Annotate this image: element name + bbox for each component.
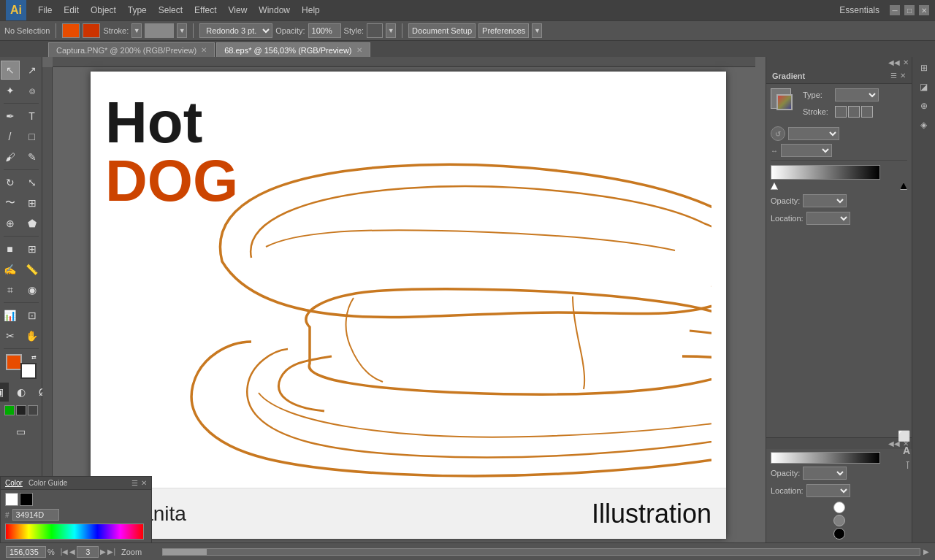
color-panel-close[interactable]: ✕ <box>141 479 147 487</box>
mode-draw-behind[interactable] <box>16 405 26 415</box>
h-scroll-thumb[interactable] <box>163 549 207 555</box>
gradient-btn[interactable]: ◐ <box>12 383 31 402</box>
stroke-swatch-box[interactable] <box>20 363 37 379</box>
scale-tool[interactable]: ⤡ <box>23 173 42 192</box>
measure-tool[interactable]: 📏 <box>23 260 42 279</box>
direct-select-tool[interactable]: ↗ <box>23 61 42 80</box>
prev-page-btn[interactable]: ◀ <box>69 548 75 556</box>
shape-builder-tool[interactable]: ⊕ <box>1 214 20 233</box>
h-scroll-track[interactable] <box>162 548 920 556</box>
zoom-input[interactable] <box>6 546 46 558</box>
symbol-tool[interactable]: ◉ <box>23 280 42 299</box>
color-spectrum[interactable] <box>5 523 144 540</box>
stroke-down[interactable]: ▼ <box>131 23 142 38</box>
mini-opacity-select[interactable] <box>803 467 847 480</box>
last-page-btn[interactable]: ▶| <box>107 548 115 556</box>
gradient-scale-select[interactable] <box>781 144 832 157</box>
stroke-up[interactable]: ▼ <box>177 23 187 38</box>
stroke-type-3[interactable] <box>861 106 873 118</box>
stroke-swatch[interactable] <box>145 23 174 38</box>
gradient-angle-select[interactable] <box>788 127 839 140</box>
preferences-button[interactable]: Preferences <box>478 23 529 38</box>
stroke-color[interactable] <box>83 23 100 38</box>
magic-wand-tool[interactable]: ✦ <box>1 81 20 100</box>
fill-color[interactable] <box>62 23 80 38</box>
type-tool[interactable]: T <box>23 107 42 126</box>
mode-normal[interactable] <box>4 405 15 415</box>
gradient-bar[interactable] <box>771 165 880 180</box>
arrange-arrow[interactable]: ▼ <box>532 23 542 38</box>
color-panel-menu[interactable]: ☰ <box>131 479 138 487</box>
shape-icon-circle-black[interactable] <box>833 528 845 540</box>
shape-icon-circle-gray[interactable] <box>833 515 845 526</box>
change-screen-mode[interactable]: ▭ <box>6 422 37 441</box>
blend-tool[interactable]: ⌗ <box>1 280 20 299</box>
line-tool[interactable]: / <box>1 127 20 146</box>
eyedropper-tool[interactable]: ✍ <box>1 260 20 279</box>
tab-captura[interactable]: Captura.PNG* @ 200% (RGB/Preview) ✕ <box>48 42 215 57</box>
layers-icon[interactable]: ⊞ <box>916 60 932 76</box>
bar-graph-tool[interactable]: 📊 <box>1 306 20 325</box>
opacity-input[interactable] <box>308 23 341 38</box>
maximize-button[interactable]: □ <box>904 5 915 15</box>
menu-window[interactable]: Window <box>253 2 296 18</box>
gradient-close-icon[interactable]: ✕ <box>900 72 906 80</box>
gradient-reverse-icon[interactable]: ↺ <box>771 126 785 141</box>
color-tab[interactable]: Color <box>5 479 23 487</box>
close-tab-eps[interactable]: ✕ <box>356 46 362 54</box>
doc-setup-button[interactable]: Document Setup <box>408 23 476 38</box>
select-tool[interactable]: ↖ <box>1 61 20 80</box>
next-page-btn[interactable]: ▶ <box>100 548 106 556</box>
tab-eps[interactable]: 68.eps* @ 156,03% (RGB/Preview) ✕ <box>216 42 370 57</box>
style-swatch[interactable] <box>367 23 383 38</box>
rotate-tool[interactable]: ↻ <box>1 173 20 192</box>
black-swatch[interactable] <box>20 493 33 506</box>
menu-file[interactable]: File <box>32 2 58 18</box>
mode-draw-inside[interactable] <box>28 405 38 415</box>
gradient-preview-swatch[interactable] <box>776 94 793 110</box>
menu-effect[interactable]: Effect <box>188 2 222 18</box>
gradient-stop-left[interactable] <box>771 183 778 190</box>
hand-tool[interactable]: ✋ <box>23 326 42 345</box>
warp-tool[interactable]: 〜 <box>1 193 20 212</box>
live-paint-tool[interactable]: ⬟ <box>23 214 42 233</box>
lasso-tool[interactable]: ⌾ <box>23 81 42 100</box>
style-arrow[interactable]: ▼ <box>386 23 396 38</box>
transform-icon[interactable]: ⊕ <box>916 98 932 114</box>
brush-select[interactable]: Redondo 3 pt. <box>199 23 272 38</box>
artboard-tool[interactable]: ⊡ <box>23 306 42 325</box>
color-guide-tab[interactable]: Color Guide <box>28 479 67 487</box>
gradient-icon-A[interactable]: A <box>903 445 910 456</box>
shape-icon-circle-white[interactable] <box>833 502 845 513</box>
white-swatch[interactable] <box>5 493 18 506</box>
close-tab-captura[interactable]: ✕ <box>201 46 207 54</box>
stroke-type-2[interactable] <box>848 106 860 118</box>
scroll-right-btn[interactable]: ▶ <box>923 548 929 556</box>
menu-view[interactable]: View <box>223 2 253 18</box>
pen-tool[interactable]: ✒ <box>1 107 20 126</box>
fill-swatch[interactable] <box>6 354 22 370</box>
slice-tool[interactable]: ✂ <box>1 326 20 345</box>
location-select[interactable] <box>806 212 850 225</box>
pencil-tool[interactable]: ✎ <box>23 147 42 166</box>
rect-tool[interactable]: □ <box>23 127 42 146</box>
gradient-icon-1[interactable]: ⬜ <box>898 430 910 442</box>
mesh-tool[interactable]: ⊞ <box>23 239 42 258</box>
color-btn[interactable]: ▣ <box>0 383 9 402</box>
appearance-icon[interactable]: ◈ <box>916 117 932 133</box>
gradient-type-select[interactable] <box>835 88 879 101</box>
gradient-stop-right[interactable] <box>900 183 907 190</box>
menu-select[interactable]: Select <box>153 2 188 18</box>
gradient-menu-icon[interactable]: ☰ <box>890 72 897 80</box>
minimize-button[interactable]: ─ <box>890 5 900 15</box>
panel-collapse-right[interactable]: ✕ <box>903 58 909 66</box>
first-page-btn[interactable]: |◀ <box>61 548 69 556</box>
menu-edit[interactable]: Edit <box>58 2 85 18</box>
page-input[interactable] <box>77 546 99 558</box>
hex-input[interactable] <box>12 509 59 521</box>
library-icon[interactable]: ◪ <box>916 79 932 95</box>
stroke-type-1[interactable] <box>835 106 847 118</box>
menu-object[interactable]: Object <box>85 2 122 18</box>
mini-gradient-bar[interactable] <box>771 452 880 464</box>
gradient-icon-T[interactable]: ⊺ <box>905 459 910 471</box>
